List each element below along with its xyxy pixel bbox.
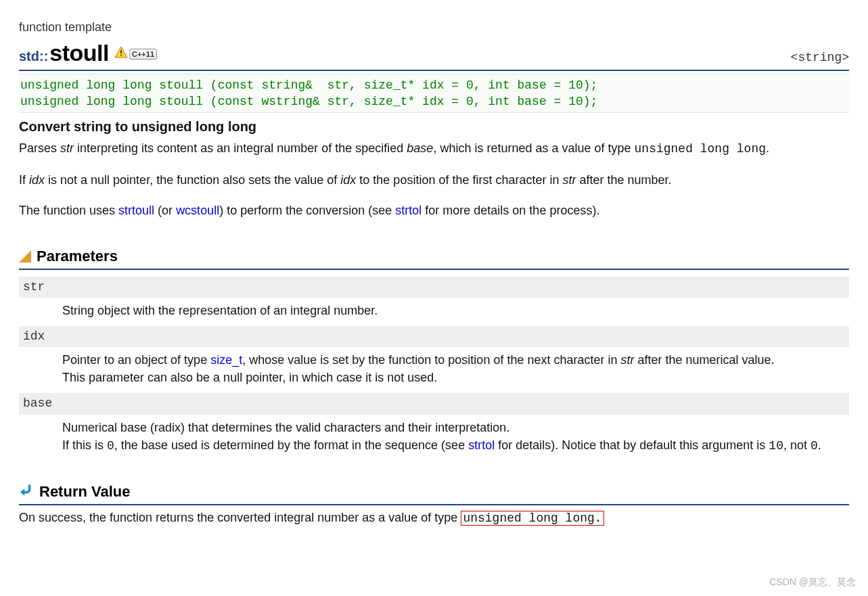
literal-zero: 0 <box>107 439 114 453</box>
section-parameters: Parameters <box>19 246 849 270</box>
function-signatures: unsigned long long stoull (const string&… <box>19 74 849 114</box>
parameter-list: str String object with the representatio… <box>19 277 849 455</box>
param-ref-idx: idx <box>29 173 45 187</box>
param-desc-idx: Pointer to an object of type size_t, who… <box>62 351 849 386</box>
section-title: Parameters <box>37 246 118 267</box>
return-value-text: On success, the function returns the con… <box>19 509 849 527</box>
text: . <box>766 141 769 155</box>
link-size-t[interactable]: size_t <box>210 353 242 367</box>
param-ref-str: str <box>60 141 74 155</box>
category-label: function template <box>19 19 849 36</box>
text: If this is <box>62 438 107 452</box>
text: after the numerical value. <box>635 353 775 367</box>
return-arrow-icon <box>19 482 34 503</box>
text: This parameter can also be a null pointe… <box>62 371 437 384</box>
param-ref-str: str <box>562 173 576 187</box>
text: to the position of the first character i… <box>356 173 562 187</box>
text: for more details on the process). <box>421 204 599 217</box>
literal-ten: 10 <box>769 439 783 453</box>
section-return-value: Return Value <box>19 482 849 505</box>
title-row: std::stoull C++11 <string> <box>19 37 849 71</box>
link-strtol[interactable]: strtol <box>468 438 495 452</box>
link-strtol[interactable]: strtol <box>395 204 421 217</box>
text: Numerical base (radix) that determines t… <box>62 421 509 434</box>
param-name-idx: idx <box>19 326 849 347</box>
desc-paragraph-1: Parses str interpreting its content as a… <box>19 140 849 158</box>
warning-icon <box>114 46 128 62</box>
text: (or <box>154 204 176 217</box>
param-ref-idx: idx <box>340 173 356 187</box>
param-desc-base: Numerical base (radix) that determines t… <box>62 419 849 455</box>
badges: C++11 <box>114 46 157 62</box>
section-title: Return Value <box>39 482 130 503</box>
link-wcstoull[interactable]: wcstoull <box>176 204 219 217</box>
param-name-base: base <box>19 393 849 414</box>
function-name: stoull <box>49 37 109 70</box>
text: Parses <box>19 141 60 155</box>
param-name-str: str <box>19 277 849 298</box>
text: , which is returned as a value of type <box>433 141 634 155</box>
link-strtoull[interactable]: strtoull <box>118 204 154 217</box>
literal-zero: 0 <box>810 439 818 453</box>
text: The function uses <box>19 204 118 217</box>
header-file: <string> <box>791 49 849 66</box>
text: ) to perform the conversion (see <box>219 204 395 217</box>
param-desc-str: String object with the representation of… <box>62 302 849 319</box>
text: On success, the function returns the con… <box>19 511 457 524</box>
param-ref-base: base <box>407 141 433 155</box>
type-name: unsigned long long <box>635 142 766 156</box>
text: , the base used is determined by the for… <box>114 438 468 452</box>
text: , whose value is set by the function to … <box>242 353 620 367</box>
svg-rect-1 <box>120 50 122 53</box>
short-description: Convert string to unsigned long long <box>19 117 849 136</box>
desc-paragraph-3: The function uses strtoull (or wcstoull)… <box>19 202 849 219</box>
text: for details). Notice that by default thi… <box>495 438 769 452</box>
text: . <box>818 438 821 452</box>
param-ref-str: str <box>621 353 635 367</box>
desc-paragraph-2: If idx is not a null pointer, the functi… <box>19 172 849 189</box>
text: after the number. <box>576 173 671 187</box>
text: is not a null pointer, the function also… <box>45 173 340 187</box>
title-left: std::stoull C++11 <box>19 37 157 70</box>
cpp11-badge: C++11 <box>129 49 157 60</box>
text: If <box>19 173 29 187</box>
ruler-icon <box>19 250 31 262</box>
text: , not <box>783 438 810 452</box>
svg-rect-2 <box>120 55 122 56</box>
text: Pointer to an object of type <box>62 353 210 367</box>
text: interpreting its content as an integral … <box>74 141 407 155</box>
namespace-label: std:: <box>19 47 48 66</box>
return-type-highlight: unsigned long long. <box>461 511 603 526</box>
